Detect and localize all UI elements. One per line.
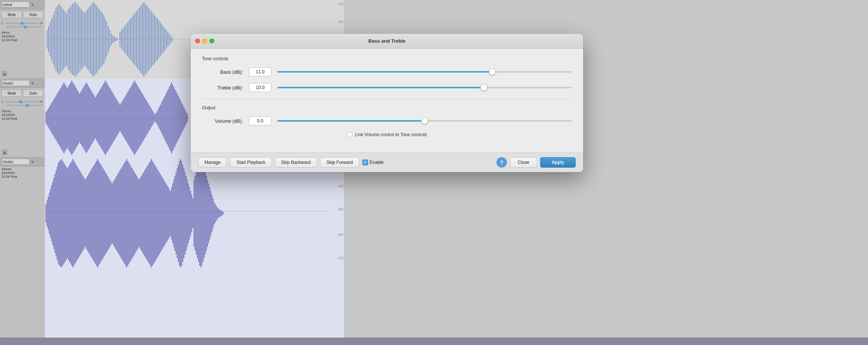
close-button[interactable]: Close xyxy=(510,157,537,168)
track-2-expand-button[interactable]: ▲ xyxy=(1,149,7,155)
svg-rect-329 xyxy=(178,165,179,262)
svg-rect-68 xyxy=(150,9,150,69)
svg-rect-160 xyxy=(131,86,132,150)
track-2-dropdown-icon[interactable]: ▼ xyxy=(30,81,35,85)
treble-input[interactable] xyxy=(249,83,271,92)
track-2-solo-button[interactable]: Solo xyxy=(23,89,43,97)
enable-checkbox[interactable]: ✓ xyxy=(362,159,368,165)
svg-rect-105 xyxy=(69,84,70,152)
maximize-traffic-light[interactable] xyxy=(209,39,214,43)
svg-rect-52 xyxy=(126,24,126,54)
svg-rect-350 xyxy=(201,161,202,266)
svg-rect-155 xyxy=(125,95,126,140)
bass-slider-container[interactable] xyxy=(277,68,572,76)
track-1-l-slider[interactable] xyxy=(5,23,40,24)
t3-y-n1-0: -1.0 xyxy=(337,256,343,260)
skip-backward-button[interactable]: Skip Backward xyxy=(275,157,317,168)
svg-rect-89 xyxy=(51,103,52,133)
track-2-mute-button[interactable]: Mute xyxy=(1,89,22,97)
volume-input[interactable] xyxy=(249,116,271,125)
svg-rect-41 xyxy=(108,26,109,52)
enable-checkmark: ✓ xyxy=(363,160,367,165)
svg-rect-111 xyxy=(76,88,77,148)
track-1-name-select[interactable]: voice xyxy=(1,1,30,7)
svg-rect-336 xyxy=(186,176,187,251)
svg-rect-358 xyxy=(210,191,211,236)
dialog-footer: Manage Start Playback Skip Backward Skip… xyxy=(191,152,583,172)
svg-rect-101 xyxy=(65,84,65,152)
svg-rect-165 xyxy=(136,84,137,152)
track-3-dropdown-icon[interactable]: ▼ xyxy=(30,159,35,164)
svg-rect-172 xyxy=(144,97,145,138)
svg-rect-296 xyxy=(141,176,142,251)
track-1-mute-button[interactable]: Mute xyxy=(1,11,22,18)
svg-rect-167 xyxy=(139,88,139,148)
track-3-name-select[interactable]: music xyxy=(1,159,30,165)
track-2-l-label: L xyxy=(1,100,4,104)
svg-rect-243 xyxy=(81,174,82,253)
svg-rect-195 xyxy=(170,85,171,151)
svg-rect-345 xyxy=(196,172,197,254)
svg-rect-311 xyxy=(158,170,158,256)
svg-rect-285 xyxy=(129,163,129,264)
svg-rect-208 xyxy=(185,109,185,126)
svg-rect-205 xyxy=(181,103,182,133)
svg-rect-301 xyxy=(147,167,147,260)
svg-rect-287 xyxy=(131,167,132,260)
track-1-solo-button[interactable]: Solo xyxy=(23,11,43,18)
track-1-expand-button[interactable]: ▲ xyxy=(1,71,7,77)
dialog-title: Bass and Treble xyxy=(368,38,406,44)
volume-slider-container[interactable] xyxy=(277,117,572,125)
track-2-gain-slider[interactable] xyxy=(5,105,43,106)
skip-forward-button[interactable]: Skip Forward xyxy=(320,157,359,168)
svg-rect-257 xyxy=(97,159,98,268)
svg-rect-198 xyxy=(173,87,174,149)
track-2-l-slider[interactable] xyxy=(5,101,40,103)
svg-rect-246 xyxy=(85,180,86,247)
minimize-traffic-light[interactable] xyxy=(202,39,207,43)
svg-rect-356 xyxy=(208,183,209,243)
track-2-name-select[interactable]: music xyxy=(1,80,30,86)
svg-rect-138 xyxy=(106,82,107,153)
svg-rect-109 xyxy=(74,84,74,152)
t3-y-0-0: 0.0 xyxy=(338,207,343,211)
svg-rect-72 xyxy=(156,17,156,62)
track-1-gain-slider[interactable] xyxy=(5,26,43,27)
svg-rect-282 xyxy=(125,161,126,266)
svg-rect-367 xyxy=(221,210,221,216)
treble-slider-container[interactable] xyxy=(277,84,572,91)
bass-slider-thumb[interactable] xyxy=(489,68,496,75)
svg-rect-94 xyxy=(57,94,58,142)
svg-rect-274 xyxy=(116,176,117,251)
manage-button[interactable]: Manage xyxy=(198,157,227,168)
svg-rect-65 xyxy=(145,4,146,75)
svg-rect-0 xyxy=(47,30,47,49)
svg-rect-153 xyxy=(123,99,124,137)
svg-rect-31 xyxy=(93,2,94,77)
svg-rect-114 xyxy=(79,94,80,142)
svg-rect-123 xyxy=(89,88,90,148)
svg-rect-242 xyxy=(80,172,81,254)
svg-rect-179 xyxy=(152,110,153,125)
svg-rect-239 xyxy=(77,167,78,260)
svg-rect-307 xyxy=(153,163,154,264)
start-playback-button[interactable]: Start Playback xyxy=(230,157,271,168)
svg-rect-235 xyxy=(73,159,73,268)
apply-button[interactable]: Apply xyxy=(540,157,576,168)
link-volume-checkbox[interactable] xyxy=(347,132,352,137)
track-1-dropdown-icon[interactable]: ▼ xyxy=(30,2,35,7)
svg-rect-334 xyxy=(184,168,184,258)
svg-rect-245 xyxy=(84,178,84,249)
svg-rect-221 xyxy=(57,167,58,260)
svg-rect-303 xyxy=(149,163,150,264)
svg-rect-185 xyxy=(159,107,160,129)
treble-slider-thumb[interactable] xyxy=(480,84,487,91)
svg-rect-28 xyxy=(89,7,89,71)
bass-input[interactable] xyxy=(249,67,271,76)
svg-rect-184 xyxy=(158,109,158,126)
close-traffic-light[interactable] xyxy=(195,39,200,43)
volume-slider-thumb[interactable] xyxy=(421,117,428,124)
svg-rect-218 xyxy=(53,178,54,249)
help-button[interactable]: ? xyxy=(496,157,507,168)
svg-rect-116 xyxy=(81,90,82,146)
